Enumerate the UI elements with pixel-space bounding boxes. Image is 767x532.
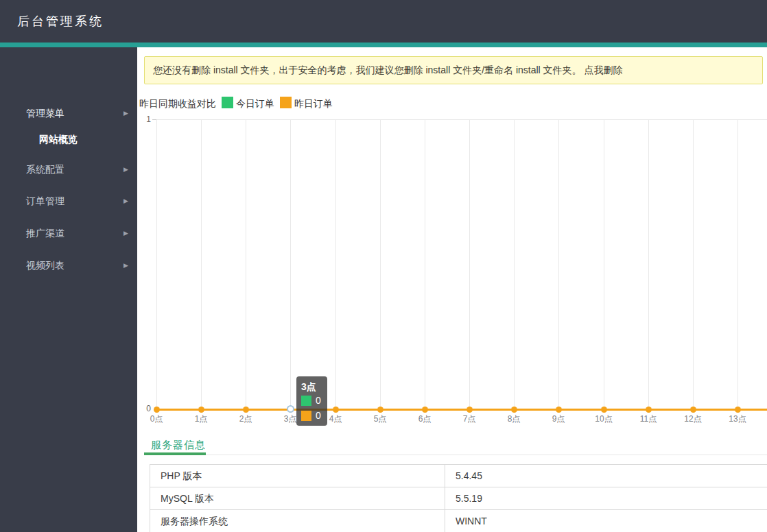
legend-item-label: 昨日订单 [294, 98, 333, 110]
x-axis-label: 7点 [456, 413, 483, 425]
data-point[interactable] [243, 407, 249, 413]
x-axis-label: 8点 [500, 413, 528, 425]
x-axis-label: 12点 [679, 413, 707, 425]
app-title: 后台管理系统 [17, 0, 104, 43]
chevron-right-icon: ▶ [123, 188, 128, 214]
table-cell-value: 5.5.19 [445, 487, 767, 509]
x-axis-label: 11点 [635, 413, 662, 425]
tooltip-value: 0 [316, 396, 321, 406]
gridline-vertical [604, 119, 604, 409]
gridline-vertical [201, 119, 202, 409]
tooltip-title: 3点 [301, 382, 327, 392]
chevron-right-icon: ▶ [123, 100, 128, 126]
server-info-table: PHP 版本5.4.45MySQL 版本5.5.19服务器操作系统WINNT [150, 464, 767, 532]
gridline-vertical [156, 119, 157, 409]
banner-text: 您还没有删除 install 文件夹，出于安全的考虑，我们建议您删除 insta… [153, 64, 585, 75]
table-row: 服务器操作系统WINNT [150, 510, 767, 532]
gridline-horizontal [156, 119, 767, 120]
tooltip-value: 0 [316, 411, 321, 421]
table-cell-label: MySQL 版本 [150, 487, 445, 509]
hovered-data-point[interactable] [287, 405, 294, 413]
data-point[interactable] [735, 407, 741, 413]
tab-divider-line [144, 455, 767, 455]
gridline-vertical [469, 119, 470, 409]
gridline-vertical [648, 119, 649, 409]
data-point[interactable] [601, 407, 607, 413]
table-row: MySQL 版本5.5.19 [150, 487, 767, 510]
table-row: PHP 版本5.4.45 [150, 465, 767, 487]
x-axis-label: 1点 [187, 413, 215, 425]
y-axis-label-min: 0 [129, 404, 151, 413]
gridline-vertical [290, 119, 291, 409]
gridline-vertical [246, 119, 246, 409]
legend-swatch [222, 97, 233, 108]
data-point[interactable] [467, 407, 473, 413]
legend-swatch [280, 97, 292, 108]
sidebar-item-system-config[interactable]: 系统配置▶ [0, 156, 137, 182]
y-axis-label-max: 1 [129, 114, 151, 124]
data-point[interactable] [556, 407, 562, 413]
gridline-vertical [738, 119, 738, 409]
data-point[interactable] [333, 407, 339, 413]
chevron-right-icon: ▶ [123, 252, 128, 278]
legend-item-label: 今日订单 [236, 98, 274, 110]
sidebar-item-promotion-channel[interactable]: 推广渠道▶ [0, 220, 137, 246]
tab-server-info[interactable]: 服务器信息 [151, 439, 206, 452]
tooltip-row: 0 [301, 396, 327, 407]
x-axis-label: 5点 [366, 413, 394, 425]
gridline-vertical [335, 119, 336, 409]
data-point[interactable] [511, 407, 517, 413]
tooltip-row: 0 [301, 411, 327, 422]
sidebar-item-label: 视频列表 [26, 260, 64, 271]
gridline-vertical [514, 119, 515, 409]
app-window: 后台管理系统 管理菜单▶网站概览系统配置▶订单管理▶推广渠道▶视频列表▶ 您还没… [0, 0, 767, 532]
data-point[interactable] [422, 407, 428, 413]
sidebar-item-order-management[interactable]: 订单管理▶ [0, 188, 137, 214]
sidebar-item-label: 网站概览 [39, 134, 78, 145]
sidebar-item-label: 系统配置 [26, 164, 64, 175]
sidebar: 管理菜单▶网站概览系统配置▶订单管理▶推广渠道▶视频列表▶ [0, 47, 137, 532]
gridline-vertical [693, 119, 694, 409]
x-axis-label: 2点 [232, 413, 259, 425]
data-point[interactable] [154, 407, 160, 413]
sidebar-item-label: 管理菜单 [26, 108, 64, 119]
table-cell-label: PHP 版本 [150, 465, 445, 487]
gridline-vertical [558, 119, 559, 409]
chevron-right-icon: ▶ [123, 156, 128, 182]
install-warning-banner: 您还没有删除 install 文件夹，出于安全的考虑，我们建议您删除 insta… [144, 56, 763, 84]
accent-bar [0, 43, 767, 47]
chevron-right-icon: ▶ [123, 220, 128, 246]
tooltip-series-swatch [301, 411, 311, 421]
data-point[interactable] [198, 407, 204, 413]
gridline-vertical [380, 119, 381, 409]
header-bar: 后台管理系统 [0, 0, 767, 43]
delete-install-link[interactable]: 点我删除 [585, 64, 623, 75]
table-cell-value: WINNT [445, 510, 767, 532]
data-point[interactable] [690, 407, 696, 413]
chart-legend-label: 昨日同期收益对比 [139, 98, 216, 110]
table-cell-label: 服务器操作系统 [150, 510, 445, 532]
table-cell-value: 5.4.45 [445, 465, 767, 487]
data-point[interactable] [377, 407, 384, 413]
sidebar-item-label: 推广渠道 [26, 228, 64, 239]
sidebar-item-label: 订单管理 [26, 195, 64, 206]
sidebar-item-admin-menu[interactable]: 管理菜单▶ [0, 100, 137, 126]
x-axis-label: 13点 [724, 413, 751, 425]
x-axis-label: 10点 [590, 413, 617, 425]
x-axis-label: 0点 [143, 413, 170, 425]
tab-active-underline [144, 452, 206, 455]
x-axis-label: 9点 [545, 413, 572, 425]
data-point[interactable] [646, 407, 652, 413]
gridline-vertical [425, 119, 425, 409]
sidebar-item-video-list[interactable]: 视频列表▶ [0, 252, 137, 278]
chart-tooltip: 3点 00 [296, 376, 327, 426]
sidebar-item-site-overview[interactable]: 网站概览 [0, 126, 137, 152]
x-axis-label: 6点 [411, 413, 438, 425]
tooltip-series-swatch [301, 396, 311, 406]
